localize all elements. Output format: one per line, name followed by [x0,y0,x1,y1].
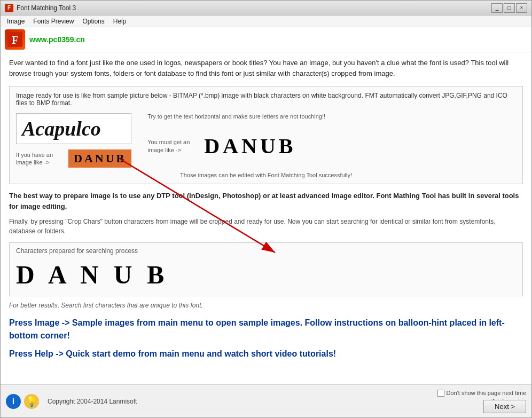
main-content: Ever wanted to find a font just like the… [1,52,531,384]
next-button[interactable]: Next > [483,400,526,413]
for-better-text: For better results, Search first charact… [9,302,523,309]
danub-black-sample: DANUB [204,133,296,159]
close-button[interactable]: × [516,3,527,13]
chars-display: D A N U B [16,258,516,291]
minimize-button[interactable]: _ [491,3,503,13]
titlebar: F Font Matching Tool 3 _ □ × [1,1,531,15]
danub-orange-sample: DANUB [68,149,131,168]
copyright-text: Copyright 2004-2014 Lanmisoft [48,398,470,405]
acapulco-sample: Acapulco [22,117,101,140]
if-you-have-label: If you have an image like -> [16,151,64,167]
finally-text: Finally, by pressing "Crop Chars" button… [9,217,523,236]
menu-help[interactable]: Help [109,17,131,26]
menu-fonts-preview[interactable]: Fonts Preview [29,17,78,26]
dtp-text: The best way to prepare image is to use … [9,191,523,211]
footer: i 💡 Copyright 2004-2014 Lanmisoft Trial … [1,384,531,417]
app-icon: F [5,4,13,12]
intro-text: Ever wanted to find a font just like the… [9,58,523,78]
chars-label: Characters prepared for searching proces… [16,247,516,255]
you-must-label: You must get an image like -> [147,138,195,154]
logo-url: www.pc0359.cn [29,35,85,44]
chars-box: Characters prepared for searching proces… [9,242,523,296]
main-window: F Font Matching Tool 3 _ □ × Image Fonts… [0,0,532,418]
dont-show-checkbox[interactable] [437,390,444,397]
tip-icon: 💡 [24,394,39,409]
those-images-text: Those images can be edited with Font Mat… [16,172,516,178]
logo-icon: F [5,29,25,50]
menu-image[interactable]: Image [3,17,29,26]
svg-text:F: F [12,34,18,46]
window-controls: _ □ × [491,3,527,13]
maximize-button[interactable]: □ [504,3,515,13]
cta2-text: Press Help -> Quick start demo from main… [9,348,523,360]
dont-show-row: Don't show this page next time [437,390,526,397]
image-box-top-text: Image ready for use is like from sample … [16,92,516,107]
menubar: Image Fonts Preview Options Help [1,15,531,27]
footer-icons: i 💡 [6,394,39,409]
logo-area: F www.pc0359.cn [1,27,531,52]
footer-right: Don't show this page next time Next > [437,390,526,413]
info-icon: i [6,394,21,409]
window-title: Font Matching Tool 3 [17,4,491,12]
try-text: Try to get the text horizontal and make … [147,113,516,120]
menu-options[interactable]: Options [78,17,108,26]
cta1-text: Press Image -> Sample images from main m… [9,317,523,342]
image-instruction-box: Image ready for use is like from sample … [9,86,523,184]
dont-show-label: Don't show this page next time [447,390,526,396]
